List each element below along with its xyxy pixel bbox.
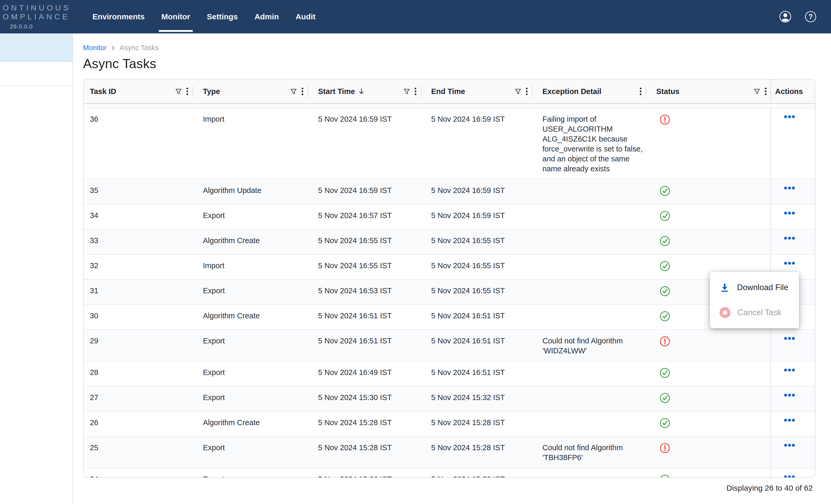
- nav-item-environments[interactable]: Environments: [92, 0, 145, 33]
- async-tasks-table: Task ID Type Start Time: [83, 79, 815, 478]
- status-success-icon: [659, 286, 670, 297]
- cell-type: Algorithm Create: [197, 305, 312, 329]
- row-actions-ellipsis-icon[interactable]: [784, 444, 795, 447]
- column-label: Status: [656, 87, 680, 96]
- cell-status: [650, 386, 770, 411]
- table-row: 34 Export 5 Nov 2024 16:57 IST 5 Nov 202…: [84, 205, 815, 230]
- nav-item-settings[interactable]: Settings: [207, 0, 238, 33]
- sidebar-item[interactable]: [0, 62, 73, 86]
- filter-icon[interactable]: [290, 88, 297, 95]
- cell-end-time: 5 Nov 2024 16:55 IST: [425, 280, 536, 304]
- help-icon[interactable]: ?: [805, 11, 816, 23]
- row-actions-ellipsis-icon[interactable]: [784, 211, 795, 215]
- row-actions-ellipsis-icon[interactable]: [784, 186, 795, 189]
- filter-icon[interactable]: [514, 88, 521, 95]
- sort-desc-icon[interactable]: [359, 88, 364, 95]
- column-header: End Time: [425, 80, 536, 103]
- row-actions-menu: Download File Cancel Task: [710, 272, 799, 328]
- filter-icon[interactable]: [753, 88, 761, 95]
- column-header-icons: [514, 87, 528, 96]
- column-divider: [532, 86, 533, 97]
- column-menu-icon[interactable]: [414, 87, 417, 96]
- table-row: 25 Export 5 Nov 2024 15:28 IST 5 Nov 202…: [84, 437, 815, 468]
- cell-actions: [770, 386, 815, 411]
- cell-end-time: 5 Nov 2024 16:51 IST: [425, 330, 536, 361]
- cell-status: [650, 361, 770, 386]
- cell-start-time: 5 Nov 2024 16:59 IST: [312, 179, 425, 204]
- cell-task-id: 35: [84, 179, 197, 204]
- row-actions-ellipsis-icon[interactable]: [784, 419, 795, 422]
- cell-status: [650, 108, 770, 179]
- cell-actions: [770, 361, 815, 386]
- column-header: Actions: [770, 80, 815, 103]
- column-menu-icon[interactable]: [526, 87, 528, 96]
- cell-start-time: 5 Nov 2024 15:30 IST: [312, 386, 425, 411]
- breadcrumb-monitor-link[interactable]: Monitor: [83, 44, 107, 52]
- breadcrumb: Monitor Async Tasks: [83, 44, 831, 52]
- row-actions-ellipsis-icon[interactable]: [784, 475, 795, 478]
- stop-icon: [719, 307, 731, 318]
- column-menu-icon[interactable]: [639, 87, 642, 96]
- row-actions-ellipsis-icon[interactable]: [784, 115, 795, 118]
- cell-actions: [770, 108, 815, 179]
- cell-type: Export: [197, 361, 312, 386]
- cell-start-time: 5 Nov 2024 15:26 IST: [312, 468, 425, 478]
- cell-start-time: 5 Nov 2024 16:57 IST: [312, 205, 425, 229]
- cell-end-time: 5 Nov 2024 16:51 IST: [425, 305, 536, 329]
- cell-status: [650, 179, 770, 204]
- row-actions-ellipsis-icon[interactable]: [784, 262, 795, 265]
- cell-status: [650, 468, 770, 478]
- column-menu-icon[interactable]: [186, 87, 188, 96]
- cell-end-time: 5 Nov 2024 15:28 IST: [425, 412, 536, 436]
- user-avatar-icon[interactable]: [779, 11, 791, 23]
- cell-type: Import: [197, 255, 312, 279]
- status-success-icon: [659, 367, 670, 378]
- cell-exception-detail: [536, 412, 650, 436]
- cell-task-id: 29: [84, 330, 197, 361]
- left-sidebar: [0, 33, 73, 504]
- row-actions-ellipsis-icon[interactable]: [784, 237, 795, 240]
- cell-task-id: 28: [84, 361, 197, 386]
- nav-item-audit[interactable]: Audit: [296, 0, 316, 33]
- column-divider: [646, 86, 647, 97]
- menu-item-download-file[interactable]: Download File: [710, 275, 799, 300]
- nav-item-monitor[interactable]: Monitor: [162, 0, 190, 33]
- table-row: 27 Export 5 Nov 2024 15:30 IST 5 Nov 202…: [84, 386, 815, 412]
- sidebar-item-selected[interactable]: [0, 33, 73, 62]
- filter-icon[interactable]: [175, 88, 182, 95]
- cell-start-time: 5 Nov 2024 16:55 IST: [312, 230, 425, 254]
- column-divider: [421, 86, 421, 97]
- pagination-status: Displaying 26 to 40 of 62: [83, 484, 815, 493]
- filter-icon[interactable]: [403, 88, 410, 95]
- cell-type: Algorithm Update: [197, 179, 312, 204]
- breadcrumb-current: Async Tasks: [120, 44, 159, 52]
- row-actions-ellipsis-icon[interactable]: [784, 337, 795, 340]
- column-label: End Time: [431, 87, 465, 96]
- column-menu-icon[interactable]: [302, 87, 304, 96]
- main-nav: Environments Monitor Settings Admin Audi…: [92, 0, 315, 33]
- cell-end-time: 5 Nov 2024 16:51 IST: [425, 361, 536, 386]
- cell-task-id: 32: [84, 255, 197, 279]
- cell-end-time: 5 Nov 2024 16:59 IST: [425, 179, 536, 204]
- row-actions-ellipsis-icon[interactable]: [784, 393, 795, 397]
- cell-type: Export: [197, 280, 312, 304]
- column-header: Exception Detail: [536, 80, 650, 103]
- cell-start-time: 5 Nov 2024 16:53 IST: [312, 280, 425, 304]
- cell-exception-detail: [536, 386, 650, 411]
- cell-task-id: 27: [84, 386, 197, 411]
- cell-start-time: 5 Nov 2024 15:28 IST: [312, 412, 425, 436]
- status-success-icon: [659, 210, 670, 221]
- cell-exception-detail: Failing import of USER_ALGORITHM ALG_4IS…: [536, 108, 650, 179]
- table-row: 29 Export 5 Nov 2024 16:51 IST 5 Nov 202…: [84, 330, 815, 361]
- nav-item-admin[interactable]: Admin: [254, 0, 279, 33]
- row-actions-ellipsis-icon[interactable]: [784, 368, 795, 372]
- cell-type: Import: [197, 108, 312, 179]
- cell-start-time: 5 Nov 2024 16:51 IST: [312, 330, 425, 361]
- cell-type: Export: [197, 468, 312, 478]
- cell-status: [650, 412, 770, 436]
- partial-row-top: [84, 104, 815, 108]
- column-label: Exception Detail: [542, 87, 601, 96]
- column-menu-icon[interactable]: [765, 87, 767, 96]
- cell-exception-detail: [536, 230, 650, 254]
- nav-icons: ?: [779, 11, 831, 23]
